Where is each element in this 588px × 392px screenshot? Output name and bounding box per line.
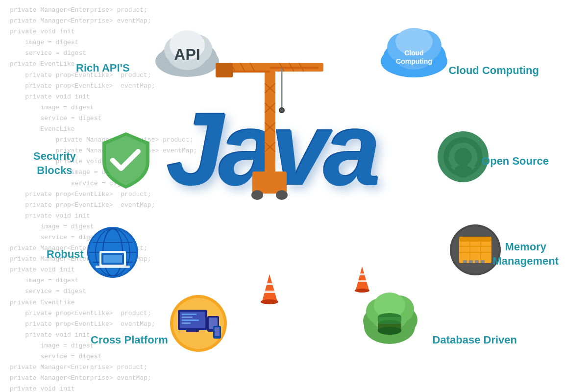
svg-rect-80 bbox=[215, 327, 220, 336]
cloud-computing-label: Cloud Computing bbox=[448, 64, 539, 78]
svg-point-44 bbox=[454, 148, 472, 166]
svg-rect-74 bbox=[182, 317, 193, 318]
svg-rect-76 bbox=[182, 322, 191, 324]
database-driven-icon bbox=[360, 292, 419, 347]
svg-rect-54 bbox=[96, 266, 130, 268]
svg-text:Computing: Computing bbox=[396, 57, 432, 65]
svg-point-92 bbox=[378, 327, 401, 335]
security-blocks-label: SecurityBlocks bbox=[33, 149, 76, 177]
cross-platform-label: Cross Platform bbox=[91, 333, 168, 347]
svg-rect-55 bbox=[103, 255, 122, 263]
svg-rect-60 bbox=[463, 260, 467, 263]
svg-rect-26 bbox=[216, 63, 233, 77]
svg-point-22 bbox=[279, 108, 284, 113]
rich-api-label: Rich API'S bbox=[76, 61, 130, 75]
crane-icon bbox=[206, 24, 343, 203]
robust-label: Robust bbox=[47, 247, 84, 262]
memory-management-label: MemoryManagement bbox=[493, 240, 559, 268]
database-driven-label: Database Driven bbox=[433, 333, 517, 347]
svg-marker-99 bbox=[356, 267, 369, 290]
svg-point-97 bbox=[261, 299, 278, 304]
robust-globe-icon bbox=[86, 225, 140, 281]
svg-point-25 bbox=[276, 190, 288, 200]
svg-rect-62 bbox=[475, 260, 479, 263]
open-source-label: Open Source bbox=[482, 154, 549, 169]
cross-platform-icon bbox=[169, 294, 228, 355]
svg-rect-73 bbox=[182, 314, 196, 315]
svg-point-24 bbox=[251, 190, 263, 200]
traffic-cone-1 bbox=[259, 272, 281, 308]
security-shield-icon bbox=[98, 130, 154, 193]
svg-marker-94 bbox=[262, 274, 277, 301]
main-container: Java API Cloud Computing bbox=[0, 0, 588, 392]
traffic-cone-2 bbox=[353, 265, 371, 296]
svg-rect-61 bbox=[469, 260, 473, 263]
svg-rect-59 bbox=[459, 237, 491, 242]
svg-text:Cloud: Cloud bbox=[404, 49, 424, 57]
svg-rect-101 bbox=[357, 280, 367, 282]
svg-rect-100 bbox=[356, 273, 368, 275]
svg-rect-72 bbox=[186, 330, 199, 332]
svg-rect-75 bbox=[182, 319, 199, 321]
svg-point-102 bbox=[355, 289, 369, 293]
svg-rect-95 bbox=[262, 283, 277, 285]
cloud-computing-icon: Cloud Computing bbox=[377, 27, 451, 80]
svg-rect-63 bbox=[481, 260, 485, 263]
svg-rect-96 bbox=[263, 291, 276, 293]
svg-text:API: API bbox=[174, 46, 200, 63]
